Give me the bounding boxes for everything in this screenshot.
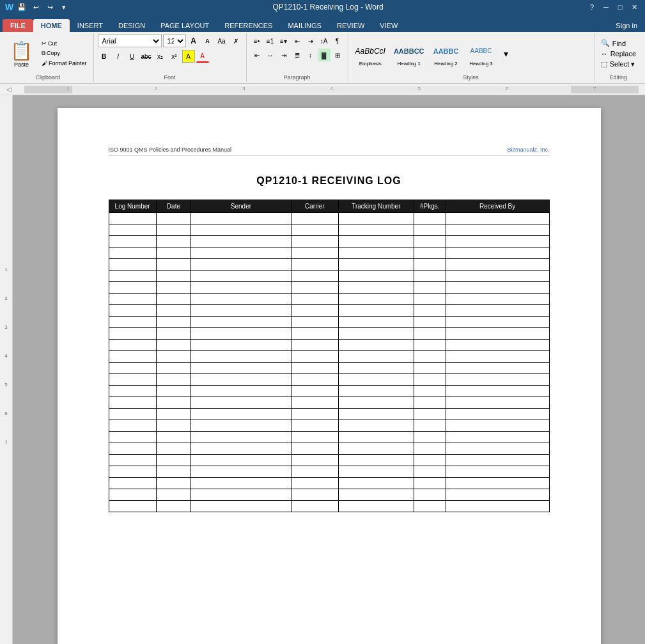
table-cell[interactable] [446,282,549,294]
superscript-btn[interactable]: x² [168,50,181,63]
table-cell[interactable] [191,489,291,501]
table-cell[interactable] [338,386,414,397]
multilevel-btn[interactable]: ≡▾ [277,35,290,47]
table-cell[interactable] [291,247,338,259]
table-cell[interactable] [338,328,414,340]
table-cell[interactable] [156,455,190,466]
table-cell[interactable] [338,294,414,305]
table-cell[interactable] [156,489,190,501]
table-cell[interactable] [338,305,414,317]
table-cell[interactable] [414,363,446,374]
table-cell[interactable] [191,294,291,305]
table-cell[interactable] [291,374,338,386]
table-cell[interactable] [191,455,291,466]
table-cell[interactable] [446,397,549,409]
table-cell[interactable] [191,443,291,455]
table-cell[interactable] [291,501,338,512]
table-cell[interactable] [156,271,190,282]
table-cell[interactable] [109,305,156,317]
table-cell[interactable] [191,317,291,328]
table-cell[interactable] [156,397,190,409]
font-size-select[interactable]: 12 [163,35,186,47]
table-cell[interactable] [191,282,291,294]
table-cell[interactable] [291,432,338,443]
close-btn[interactable]: ✕ [628,2,640,12]
find-btn[interactable]: 🔍 Find [598,38,639,48]
table-cell[interactable] [191,328,291,340]
table-cell[interactable] [338,247,414,259]
numbering-btn[interactable]: ≡1 [264,35,277,47]
table-cell[interactable] [338,478,414,489]
minimize-btn[interactable]: ─ [600,2,612,12]
table-cell[interactable] [156,432,190,443]
table-cell[interactable] [446,386,549,397]
table-cell[interactable] [446,236,549,247]
table-cell[interactable] [291,420,338,432]
format-painter-button[interactable]: 🖌Format Painter [39,59,89,68]
table-cell[interactable] [446,478,549,489]
styles-more-btn[interactable]: ▾ [500,35,513,73]
decrease-indent-btn[interactable]: ⇤ [291,35,304,47]
table-cell[interactable] [446,420,549,432]
table-cell[interactable] [109,236,156,247]
table-cell[interactable] [156,213,190,224]
help-btn[interactable]: ? [586,2,598,12]
align-left-btn[interactable]: ⇤ [251,49,263,61]
table-cell[interactable] [109,213,156,224]
quick-undo-btn[interactable]: ↩ [30,2,42,12]
table-cell[interactable] [338,466,414,478]
table-cell[interactable] [156,466,190,478]
table-cell[interactable] [446,489,549,501]
tab-insert[interactable]: INSERT [70,19,111,32]
tab-file[interactable]: FILE [3,19,33,32]
table-cell[interactable] [291,409,338,420]
table-cell[interactable] [109,386,156,397]
table-cell[interactable] [109,351,156,363]
style-emphasis[interactable]: AaBbCcI Emphasis [352,40,389,68]
table-cell[interactable] [156,224,190,236]
italic-btn[interactable]: I [112,50,125,63]
line-spacing-btn[interactable]: ↕ [304,49,317,61]
table-cell[interactable] [109,432,156,443]
table-cell[interactable] [191,340,291,351]
table-cell[interactable] [156,305,190,317]
sign-in-link[interactable]: Sign in [610,19,642,32]
table-cell[interactable] [109,489,156,501]
table-cell[interactable] [156,317,190,328]
table-cell[interactable] [338,236,414,247]
table-cell[interactable] [446,340,549,351]
table-cell[interactable] [191,501,291,512]
underline-btn[interactable]: U [126,50,139,63]
table-cell[interactable] [446,501,549,512]
table-cell[interactable] [109,374,156,386]
table-cell[interactable] [338,374,414,386]
table-cell[interactable] [414,397,446,409]
change-case-btn[interactable]: Aa [215,35,228,47]
table-cell[interactable] [446,409,549,420]
table-cell[interactable] [414,386,446,397]
select-btn[interactable]: ⬚ Select ▾ [598,59,639,69]
table-cell[interactable] [156,236,190,247]
table-cell[interactable] [191,420,291,432]
table-cell[interactable] [291,328,338,340]
table-cell[interactable] [156,259,190,271]
table-cell[interactable] [109,501,156,512]
table-cell[interactable] [414,294,446,305]
table-cell[interactable] [414,420,446,432]
table-cell[interactable] [338,282,414,294]
table-cell[interactable] [446,374,549,386]
table-cell[interactable] [191,236,291,247]
table-cell[interactable] [338,420,414,432]
table-cell[interactable] [191,374,291,386]
table-cell[interactable] [414,351,446,363]
table-cell[interactable] [291,340,338,351]
sort-btn[interactable]: ↕A [318,35,330,47]
table-cell[interactable] [291,282,338,294]
table-cell[interactable] [191,466,291,478]
table-cell[interactable] [191,363,291,374]
table-cell[interactable] [291,224,338,236]
table-cell[interactable] [156,282,190,294]
table-cell[interactable] [191,271,291,282]
table-cell[interactable] [338,409,414,420]
table-cell[interactable] [109,317,156,328]
